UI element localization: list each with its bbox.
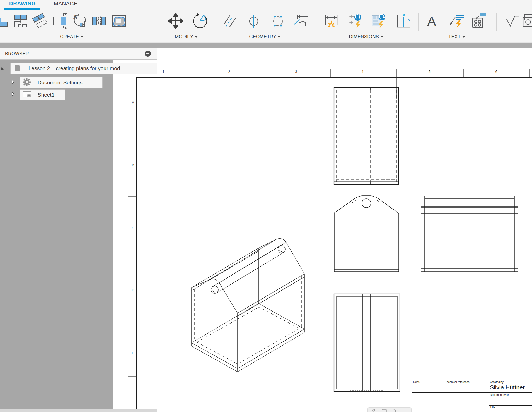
- tree-item-label: Sheet1: [38, 92, 54, 98]
- technical-reference-label: Technical reference: [444, 380, 489, 384]
- document-icon: [14, 64, 23, 73]
- view-front[interactable]: [334, 196, 399, 272]
- collapse-panel-icon[interactable]: [145, 51, 151, 57]
- tree-item-document[interactable]: Lesson 2 – creating plans for your mod..…: [11, 63, 157, 74]
- ruler-row-label: E: [130, 351, 136, 355]
- ruler-column-label: 5: [426, 70, 432, 74]
- tree-item-sheet1[interactable]: Sheet1: [20, 90, 65, 100]
- document-type-label: Document type: [489, 393, 532, 396]
- tree-item-document-settings[interactable]: Document Settings: [20, 77, 102, 88]
- ruler-ticks: [128, 69, 530, 376]
- view-top[interactable]: [334, 87, 399, 184]
- gear-icon: [23, 78, 32, 87]
- created-by-label: Created by: [489, 380, 532, 384]
- dept-label: Dept.: [412, 380, 444, 384]
- tree-item-label: Document Settings: [38, 80, 83, 86]
- ruler-column-label: 4: [359, 70, 366, 74]
- title-label: Title: [489, 405, 532, 409]
- ruler-row-label: C: [130, 226, 136, 230]
- ruler-column-label: 3: [293, 70, 299, 74]
- ruler-column-label: 6: [493, 70, 499, 74]
- ruler-row-label: B: [130, 163, 136, 167]
- view-side[interactable]: [421, 196, 518, 272]
- navigation-bar[interactable]: [367, 407, 412, 412]
- pan-icon[interactable]: [392, 408, 397, 412]
- collapse-triangle-icon[interactable]: [11, 92, 16, 97]
- view-isometric[interactable]: [192, 239, 304, 372]
- browser-panel-footer: [0, 409, 157, 412]
- browser-header: BROWSER: [0, 48, 157, 60]
- expand-triangle-icon[interactable]: [1, 66, 6, 72]
- collapse-triangle-icon[interactable]: [11, 79, 16, 85]
- fusion-drawing-workspace: DRAWING MANAGE A: [0, 0, 532, 412]
- sheet-icon: [23, 90, 32, 99]
- tree-item-label: Lesson 2 – creating plans for your mod..…: [28, 65, 124, 71]
- ruler-column-label: 2: [226, 70, 232, 74]
- browser-panel-body: [0, 60, 113, 409]
- ruler-column-label: 1: [160, 70, 166, 74]
- title-block[interactable]: Dept. Technical reference Created by Sil…: [412, 380, 532, 412]
- look-at-icon[interactable]: [382, 408, 387, 412]
- orbit-icon[interactable]: [372, 408, 377, 412]
- created-by-value: Silvia Hüttner: [489, 384, 532, 391]
- browser-title: BROWSER: [5, 51, 29, 56]
- ruler-row-label: A: [130, 101, 136, 105]
- ruler-row-label: D: [130, 288, 136, 292]
- view-bottom[interactable]: [334, 294, 400, 392]
